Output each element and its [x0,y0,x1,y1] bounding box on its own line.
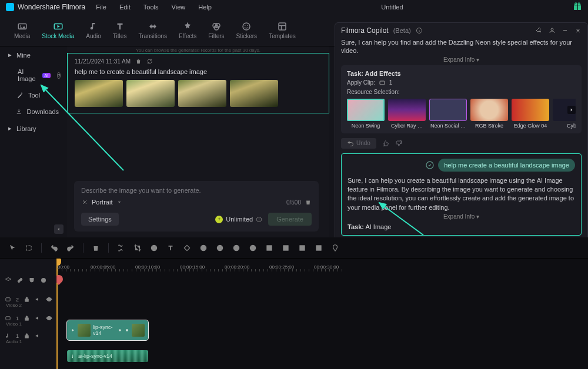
thumbs-down-icon[interactable] [395,140,402,147]
audio-clip-1[interactable]: ai-lip-sync-v14 [67,350,148,362]
gen-description-input[interactable]: Describe the image you want to generate. [81,187,312,194]
crop-icon[interactable] [133,244,142,252]
tool-c-icon[interactable] [249,244,257,252]
mute-icon[interactable] [35,296,41,303]
generate-button[interactable]: Generate [268,213,312,226]
resource-edge-glow[interactable]: Edge Glow 04 [512,99,549,129]
task1-title: Task: Add Effects [347,70,576,77]
sidebar-item-mine[interactable]: ▸Mine [0,46,67,63]
undo-button[interactable]: Undo [341,138,376,149]
refresh-icon[interactable] [146,58,153,65]
gen-thumb-1[interactable] [75,80,123,107]
sidebar-item-tool[interactable]: Tool [0,87,67,103]
info-icon[interactable] [416,27,423,34]
eye-icon[interactable] [46,296,52,303]
text-icon[interactable] [166,244,175,252]
cursor-icon[interactable] [8,244,16,252]
layers-icon[interactable] [5,277,12,284]
close-icon[interactable] [574,27,582,34]
sidebar-item-downloads[interactable]: Downloads [0,103,67,120]
aspect-selector[interactable]: Portrait [92,199,112,206]
color-icon[interactable] [199,244,208,252]
tool-a-icon[interactable] [216,244,224,252]
gen-thumb-3[interactable] [178,80,226,107]
link-icon[interactable] [16,277,24,284]
trash-icon[interactable] [135,58,142,65]
auto-icon[interactable] [40,277,47,284]
lock-icon[interactable] [24,315,30,321]
generation-record: 11/21/2024 11:31 AM help me to create a … [67,53,329,113]
tab-titles[interactable]: Titles [111,20,129,41]
minimize-icon[interactable] [562,27,569,34]
delete-icon[interactable] [92,244,100,252]
magnet-icon[interactable] [28,277,35,284]
plus-icon: + [215,216,223,223]
tool-e-icon[interactable] [282,244,290,252]
track-audio-1[interactable]: 1 [0,333,56,339]
menu-edit[interactable]: Edit [119,4,131,11]
keyframe-icon[interactable] [183,244,191,252]
trash-icon[interactable] [305,199,312,206]
sidebar-item-ai-image[interactable]: AI ImageAI? [0,63,67,87]
menu-file[interactable]: File [96,4,106,11]
menu-tools[interactable]: Tools [143,4,159,11]
thumbs-up-icon[interactable] [382,140,389,147]
tab-stock-media[interactable]: Stock Media [39,20,76,41]
copilot-title: Filmora Copilot [341,26,389,35]
tab-transitions[interactable]: Transitions [136,20,169,41]
lock-icon[interactable] [24,333,30,339]
sidebar-item-library[interactable]: ▸Library [0,120,67,137]
clear-icon[interactable] [81,199,88,206]
track-video-1[interactable]: 1 [0,315,56,321]
resource-neon-social[interactable]: Neon Social … [429,99,467,129]
download-icon [16,108,22,115]
undo-icon[interactable] [50,244,58,252]
menu-help[interactable]: Help [198,4,212,11]
highlighted-turn: help me create a beautiful landscape ima… [341,153,582,236]
tool-g-icon[interactable] [315,244,323,252]
user-icon[interactable] [549,27,556,34]
tab-audio[interactable]: Audio [83,20,103,41]
mute-icon[interactable] [35,315,41,321]
redo-icon[interactable] [66,244,75,252]
resources-next[interactable] [567,106,576,114]
copilot-reply-2: Sure, I can help you create a beautiful … [348,176,575,213]
select-icon[interactable] [25,244,33,252]
menu-view[interactable]: View [172,4,186,11]
gen-thumb-2[interactable] [126,80,175,107]
user-message: help me create a beautiful landscape ima… [438,159,575,172]
edit-icon[interactable] [425,160,435,170]
collapse-sidebar-button[interactable] [54,224,64,234]
expand-info-1[interactable]: Expand Info ▾ [341,56,582,63]
chevron-down-icon[interactable] [116,199,123,206]
tab-effects[interactable]: Effects [176,20,199,41]
resource-rgb-stroke[interactable]: RGB Stroke [470,99,508,129]
resource-cyber-ray[interactable]: Cyber Ray … [388,99,426,129]
pin-icon[interactable] [536,27,543,34]
tool-f-icon[interactable] [298,244,306,252]
timeline-marker[interactable] [56,273,65,285]
split-icon[interactable] [117,244,125,252]
lock-icon[interactable] [24,296,30,303]
marker-icon[interactable] [331,244,339,252]
track-video-2[interactable]: 2 [0,296,56,303]
svg-point-35 [118,250,119,251]
tab-templates[interactable]: Templates [266,20,298,41]
speed-icon[interactable] [150,244,158,252]
eye-icon[interactable] [46,315,52,321]
expand-info-2[interactable]: Expand Info ▾ [348,213,575,220]
help-icon[interactable]: ? [57,72,61,79]
timeline-ruler[interactable]: 00:00 00:00:05:00 00:00:10:00 00:00:15:0… [56,259,588,275]
info-icon[interactable] [256,216,262,223]
gen-thumb-4[interactable] [230,80,278,107]
tab-filters[interactable]: Filters [206,20,226,41]
tool-d-icon[interactable] [265,244,273,252]
resource-neon-swing[interactable]: Neon Swing [347,99,385,129]
tab-stickers[interactable]: Stickers [234,20,260,41]
settings-button[interactable]: Settings [81,213,119,226]
video-clip-1[interactable]: lip-sync-v14 [67,320,148,340]
tab-media[interactable]: Media [12,20,32,41]
mute-icon[interactable] [35,333,41,339]
tool-b-icon[interactable] [232,244,240,252]
gift-icon[interactable] [573,2,582,12]
